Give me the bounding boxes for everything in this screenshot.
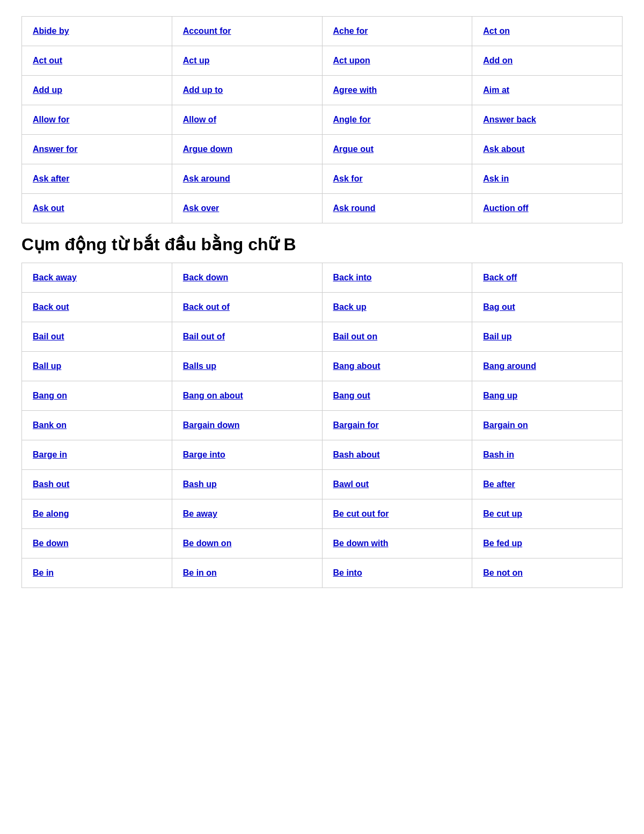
phrasal-verb-link[interactable]: Ask round [333,204,376,213]
phrasal-verb-link[interactable]: Bang up [483,391,517,400]
phrasal-verb-link[interactable]: Act on [483,26,510,35]
phrasal-verb-link[interactable]: Be into [333,568,362,577]
table-cell: Ask around [172,164,322,194]
phrasal-verb-link[interactable]: Back out of [183,302,230,311]
phrasal-verb-link[interactable]: Bail out of [183,332,225,341]
phrasal-verb-link[interactable]: Ask after [33,174,69,183]
table-cell: Back out [22,293,172,322]
phrasal-verb-link[interactable]: Bargain for [333,420,379,430]
phrasal-verb-link[interactable]: Ask about [483,144,524,154]
phrasal-verb-link[interactable]: Ask in [483,174,509,183]
phrasal-verb-link[interactable]: Barge in [33,450,67,459]
phrasal-verb-link[interactable]: Add up [33,85,62,95]
phrasal-verb-link[interactable]: Bail out [33,332,64,341]
table-cell: Add up [22,76,172,105]
phrasal-verb-link[interactable]: Back off [483,273,517,282]
phrasal-verb-link[interactable]: Bash out [33,480,69,489]
phrasal-verb-link[interactable]: Agree with [333,85,377,95]
phrasal-verb-link[interactable]: Allow for [33,115,69,124]
phrasal-verb-link[interactable]: Bawl out [333,480,369,489]
phrasal-verb-link[interactable]: Add on [483,56,513,65]
phrasal-verb-link[interactable]: Back down [183,273,228,282]
table-cell: Bash out [22,470,172,499]
phrasal-verb-link[interactable]: Bargain on [483,420,528,430]
phrasal-verb-link[interactable]: Ball up [33,361,61,371]
phrasal-verb-link[interactable]: Bag out [483,302,515,311]
phrasal-verb-link[interactable]: Ache for [333,26,368,35]
table-cell: Angle for [322,105,472,135]
phrasal-verb-link[interactable]: Act out [33,56,62,65]
phrasal-verb-link[interactable]: Bang on about [183,391,243,400]
phrasal-verb-link[interactable]: Allow of [183,115,216,124]
phrasal-verb-link[interactable]: Argue down [183,144,232,154]
phrasal-verb-link[interactable]: Be after [483,480,515,489]
phrasal-verb-link[interactable]: Balls up [183,361,216,371]
phrasal-verb-link[interactable]: Back out [33,302,69,311]
section-a-table-container: Abide byAccount forAche forAct onAct out… [21,16,623,223]
table-cell: Argue out [322,135,472,164]
phrasal-verb-link[interactable]: Bail up [483,332,511,341]
phrasal-verb-link[interactable]: Bang about [333,361,380,371]
phrasal-verb-link[interactable]: Bash in [483,450,514,459]
phrasal-verb-link[interactable]: Act upon [333,56,370,65]
table-cell: Be not on [472,559,623,588]
phrasal-verb-link[interactable]: Act up [183,56,210,65]
table-cell: Ask round [322,194,472,223]
section-a-table: Abide byAccount forAche forAct onAct out… [21,16,623,223]
phrasal-verb-link[interactable]: Answer for [33,144,78,154]
phrasal-verb-link[interactable]: Ask over [183,204,219,213]
table-cell: Agree with [322,76,472,105]
phrasal-verb-link[interactable]: Back into [333,273,372,282]
table-cell: Auction off [472,194,623,223]
phrasal-verb-link[interactable]: Bargain down [183,420,240,430]
phrasal-verb-link[interactable]: Angle for [333,115,371,124]
phrasal-verb-link[interactable]: Be fed up [483,539,522,548]
phrasal-verb-link[interactable]: Bash about [333,450,380,459]
phrasal-verb-link[interactable]: Bang out [333,391,370,400]
phrasal-verb-link[interactable]: Account for [183,26,231,35]
table-cell: Bash in [472,440,623,470]
phrasal-verb-link[interactable]: Bang around [483,361,536,371]
table-cell: Back up [322,293,472,322]
phrasal-verb-link[interactable]: Be in [33,568,54,577]
table-cell: Bang around [472,352,623,381]
table-cell: Be along [22,499,172,529]
table-cell: Allow for [22,105,172,135]
phrasal-verb-link[interactable]: Be not on [483,568,523,577]
phrasal-verb-link[interactable]: Abide by [33,26,69,35]
phrasal-verb-link[interactable]: Back up [333,302,367,311]
phrasal-verb-link[interactable]: Auction off [483,204,528,213]
table-cell: Bag out [472,293,623,322]
phrasal-verb-link[interactable]: Barge into [183,450,225,459]
table-cell: Ache for [322,17,472,46]
phrasal-verb-link[interactable]: Add up to [183,85,223,95]
phrasal-verb-link[interactable]: Ask out [33,204,64,213]
phrasal-verb-link[interactable]: Answer back [483,115,536,124]
table-cell: Act up [172,46,322,76]
phrasal-verb-link[interactable]: Be along [33,509,69,518]
phrasal-verb-link[interactable]: Be down with [333,539,389,548]
phrasal-verb-link[interactable]: Be cut out for [333,509,389,518]
phrasal-verb-link[interactable]: Bang on [33,391,67,400]
table-cell: Bank on [22,411,172,440]
phrasal-verb-link[interactable]: Bash up [183,480,217,489]
phrasal-verb-link[interactable]: Argue out [333,144,374,154]
phrasal-verb-link[interactable]: Be away [183,509,217,518]
phrasal-verb-link[interactable]: Bank on [33,420,67,430]
phrasal-verb-link[interactable]: Be down [33,539,69,548]
phrasal-verb-link[interactable]: Bail out on [333,332,378,341]
table-cell: Ask about [472,135,623,164]
table-cell: Bargain for [322,411,472,440]
phrasal-verb-link[interactable]: Be cut up [483,509,522,518]
table-cell: Be in on [172,559,322,588]
table-cell: Ask after [22,164,172,194]
phrasal-verb-link[interactable]: Be down on [183,539,232,548]
table-cell: Ball up [22,352,172,381]
table-cell: Ask in [472,164,623,194]
phrasal-verb-link[interactable]: Ask around [183,174,230,183]
phrasal-verb-link[interactable]: Ask for [333,174,363,183]
phrasal-verb-link[interactable]: Back away [33,273,77,282]
phrasal-verb-link[interactable]: Be in on [183,568,217,577]
table-cell: Be cut out for [322,499,472,529]
phrasal-verb-link[interactable]: Aim at [483,85,509,95]
